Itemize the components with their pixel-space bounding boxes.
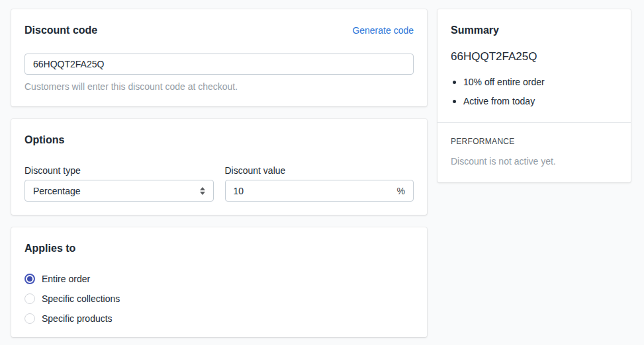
discount-type-label: Discount type — [24, 164, 214, 177]
discount-value-label: Discount value — [225, 164, 414, 177]
radio-entire-order[interactable]: Entire order — [24, 272, 414, 286]
summary-column: Summary 66HQQT2FA25Q 10% off entire orde… — [437, 9, 631, 195]
performance-note: Discount is not active yet. — [451, 155, 618, 168]
applies-to-card: Applies to Entire order Specific collect… — [11, 227, 427, 337]
discount-type-field: Discount type Percentage — [24, 164, 214, 202]
radio-unselected-icon — [24, 313, 35, 324]
summary-bullet-item: 10% off entire order — [451, 75, 618, 89]
summary-bullet-list: 10% off entire order Active from today — [451, 75, 618, 108]
applies-to-card-title: Applies to — [24, 241, 414, 256]
bullet-icon — [453, 100, 456, 103]
radio-entire-order-label: Entire order — [42, 274, 90, 284]
discount-value-input[interactable] — [225, 180, 414, 202]
percent-suffix: % — [397, 180, 405, 202]
options-card-title: Options — [24, 132, 414, 148]
discount-type-select[interactable]: Percentage — [24, 180, 214, 202]
radio-unselected-icon — [24, 293, 35, 304]
performance-section-heading: PERFORMANCE — [451, 137, 618, 146]
bullet-icon — [453, 81, 456, 84]
radio-selected-icon — [24, 274, 35, 284]
discount-code-help-text: Customers will enter this discount code … — [24, 80, 414, 93]
discount-editor-page: Discount code Generate code Customers wi… — [0, 0, 644, 345]
summary-code-value: 66HQQT2FA25Q — [451, 49, 618, 65]
applies-to-radio-group: Entire order Specific collections Specif… — [24, 272, 414, 325]
discount-code-card-title: Discount code — [24, 22, 97, 38]
summary-bullet-item: Active from today — [451, 95, 618, 108]
radio-specific-collections[interactable]: Specific collections — [24, 292, 414, 305]
discount-code-card: Discount code Generate code Customers wi… — [11, 9, 427, 106]
summary-bullet-text: Active from today — [463, 95, 535, 108]
summary-card-title: Summary — [451, 22, 618, 38]
discount-type-selected-value: Percentage — [33, 186, 81, 196]
generate-code-link[interactable]: Generate code — [352, 22, 414, 38]
summary-bullet-text: 10% off entire order — [463, 75, 545, 89]
summary-card: Summary 66HQQT2FA25Q 10% off entire orde… — [437, 9, 631, 182]
radio-specific-products[interactable]: Specific products — [24, 312, 414, 325]
main-column: Discount code Generate code Customers wi… — [11, 9, 427, 345]
options-card: Options Discount type Percentage Discoun… — [11, 119, 427, 215]
radio-specific-collections-label: Specific collections — [42, 293, 120, 304]
select-stepper-icon — [200, 187, 205, 195]
radio-specific-products-label: Specific products — [42, 313, 113, 324]
discount-code-input[interactable] — [24, 54, 414, 75]
discount-value-field: Discount value % — [225, 164, 414, 202]
